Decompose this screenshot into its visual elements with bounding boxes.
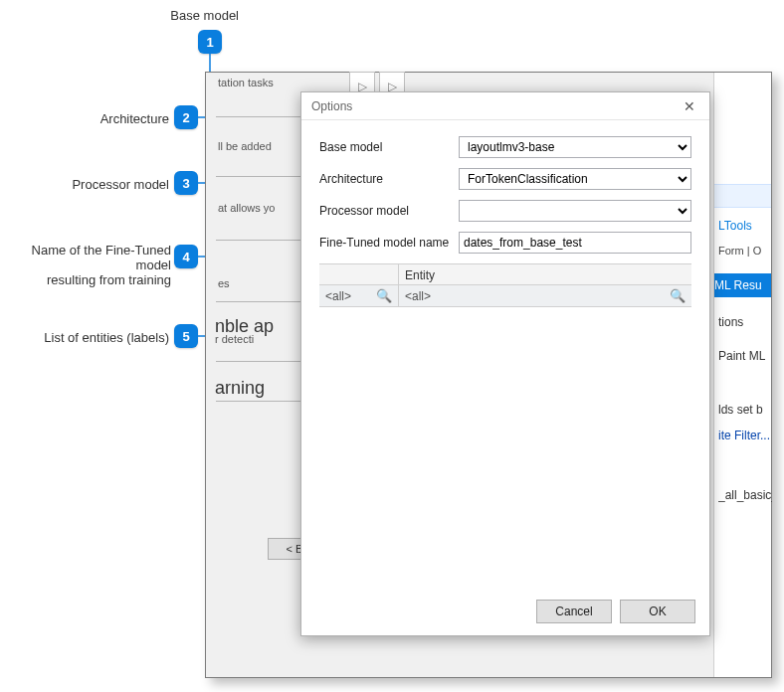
search-icon[interactable]: 🔍	[376, 288, 392, 303]
options-dialog: Options ✕ Base model layoutlmv3-base Arc…	[300, 91, 710, 636]
callout-label-1: Base model	[119, 8, 239, 23]
panel-section-tools: LTools	[714, 214, 771, 238]
label-architecture: Architecture	[319, 172, 459, 186]
ok-button[interactable]: OK	[620, 600, 695, 623]
panel-tab-form[interactable]: Form | O	[714, 245, 772, 257]
bg-text-allows: at allows yo	[218, 202, 275, 214]
entity-filter-col2[interactable]: <all> 🔍	[399, 285, 691, 306]
callout-badge-1: 1	[198, 30, 222, 54]
fine-tuned-name-input[interactable]	[459, 232, 691, 254]
architecture-select[interactable]: ForTokenClassification	[459, 168, 691, 190]
callout-label-5: List of entities (labels)	[10, 330, 169, 345]
panel-item-paint[interactable]: Paint ML	[718, 349, 772, 363]
callout-label-4: Name of the Fine-Tuned model resulting f…	[2, 243, 171, 287]
panel-link-filter[interactable]: ite Filter...	[718, 429, 772, 442]
processor-model-select[interactable]	[459, 200, 691, 222]
bg-text-es: es	[218, 277, 230, 289]
entity-header-label: Entity	[399, 264, 691, 284]
bg-text-detect: r detecti	[215, 333, 254, 345]
dialog-title: Options	[311, 99, 352, 113]
panel-item-tions[interactable]: tions	[718, 315, 772, 329]
entity-filter-col1[interactable]: <all> 🔍	[319, 285, 399, 306]
callout-badge-2: 2	[174, 105, 198, 129]
callout-badge-3: 3	[174, 171, 198, 195]
callout-label-2: Architecture	[50, 111, 169, 126]
bg-text-arning: arning	[215, 378, 265, 399]
entity-table-header: Entity	[319, 263, 691, 285]
label-fine-tuned: Fine-Tuned model name	[319, 236, 459, 250]
label-processor-model: Processor model	[319, 204, 459, 218]
bg-text-tasks: tation tasks	[218, 77, 299, 88]
callout-badge-4: 4	[174, 245, 198, 268]
panel-item-ml-results[interactable]: ML Resu	[714, 273, 771, 297]
callout-badge-5: 5	[174, 324, 198, 348]
search-icon[interactable]: 🔍	[670, 288, 686, 303]
panel-item-basic: _all_basic_	[718, 488, 772, 502]
base-model-select[interactable]: layoutlmv3-base	[459, 136, 691, 158]
dialog-titlebar: Options ✕	[301, 92, 709, 120]
right-panel: Form | O LTools ML Resu tions Paint ML l…	[713, 73, 771, 677]
panel-item-ids: lds set b	[718, 403, 772, 417]
entity-list	[319, 307, 691, 562]
bg-text-added: ll be added	[218, 140, 299, 152]
close-icon[interactable]: ✕	[676, 96, 703, 116]
label-base-model: Base model	[319, 140, 459, 154]
callout-label-3: Processor model	[20, 177, 169, 192]
cancel-button[interactable]: Cancel	[536, 600, 612, 623]
